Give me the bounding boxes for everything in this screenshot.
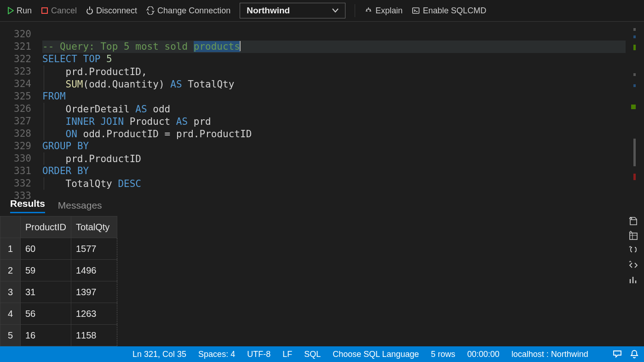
change-connection-icon	[146, 6, 155, 15]
status-choose-lang[interactable]: Choose SQL Language	[333, 350, 419, 359]
code-line[interactable]: -- Query: Top 5 most sold products	[42, 41, 626, 53]
code-line[interactable]: prd.ProductID,	[42, 65, 626, 78]
save-excel-icon[interactable]	[628, 231, 638, 241]
status-row-count[interactable]: 5 rows	[431, 350, 455, 359]
code-line[interactable]: FROM	[42, 90, 626, 103]
database-selector[interactable]: Northwind	[240, 3, 345, 18]
code-line[interactable]: OrderDetail AS odd	[42, 103, 626, 115]
cell[interactable]: 16	[21, 325, 71, 346]
disconnect-button[interactable]: Disconnect	[86, 6, 137, 16]
svg-rect-2	[630, 233, 637, 239]
row-header-blank	[0, 216, 21, 238]
row-number[interactable]: 4	[0, 303, 21, 325]
cell[interactable]: 1496	[71, 260, 117, 281]
status-elapsed[interactable]: 00:00:00	[467, 350, 500, 359]
save-csv-icon[interactable]	[628, 216, 638, 226]
enable-sqlcmd-label: Enable SQLCMD	[423, 6, 486, 16]
status-language[interactable]: SQL	[304, 350, 321, 359]
code-line[interactable]	[42, 28, 626, 41]
cell[interactable]: 1263	[71, 303, 117, 325]
line-number: 333	[0, 190, 31, 202]
code-line[interactable]: GROUP BY	[42, 140, 626, 152]
code-line[interactable]: INNER JOIN Product AS prd	[42, 115, 626, 128]
line-number: 330	[0, 152, 31, 165]
cancel-button[interactable]: Cancel	[41, 6, 77, 16]
line-number: 323	[0, 65, 31, 78]
save-xml-icon[interactable]	[628, 260, 638, 270]
chart-icon[interactable]	[628, 275, 638, 285]
line-number: 326	[0, 103, 31, 115]
results-grid[interactable]: ProductID TotalQty 1601577 2591496 33113…	[0, 216, 117, 346]
line-number: 329	[0, 140, 31, 152]
row-number[interactable]: 1	[0, 238, 21, 260]
disconnect-icon	[86, 6, 93, 15]
code-line[interactable]: SUM(odd.Quantity) AS TotalQty	[42, 78, 626, 90]
code-line[interactable]: SELECT TOP 5	[42, 53, 626, 65]
sqlcmd-icon	[412, 6, 420, 15]
cell[interactable]: 56	[21, 303, 71, 325]
line-number: 332	[0, 177, 31, 190]
line-number: 327	[0, 115, 31, 128]
code-line[interactable]: prd.ProductID	[42, 152, 626, 165]
overview-ruler[interactable]	[626, 22, 636, 195]
svg-rect-0	[42, 8, 47, 13]
change-connection-label: Change Connection	[157, 6, 230, 16]
feedback-icon[interactable]	[613, 350, 622, 358]
run-button[interactable]: Run	[7, 6, 32, 16]
status-ln-col[interactable]: Ln 321, Col 35	[132, 350, 186, 359]
toolbar-separator	[355, 4, 355, 17]
disconnect-label: Disconnect	[96, 6, 137, 16]
enable-sqlcmd-button[interactable]: Enable SQLCMD	[412, 6, 486, 16]
line-number-gutter: 3203213223233243253263273283293303313323…	[0, 22, 42, 195]
col-header-0[interactable]: ProductID	[21, 216, 71, 238]
status-bar: Ln 321, Col 35 Spaces: 4 UTF-8 LF SQL Ch…	[0, 346, 644, 362]
sql-editor[interactable]: 3203213223233243253263273283293303313323…	[0, 22, 644, 195]
database-selected-label: Northwind	[247, 6, 290, 16]
row-number[interactable]: 3	[0, 281, 21, 303]
line-number: 331	[0, 165, 31, 177]
play-icon	[7, 7, 14, 14]
cell[interactable]: 1577	[71, 238, 117, 260]
cell[interactable]: 1158	[71, 325, 117, 346]
explain-label: Explain	[375, 6, 402, 16]
row-number[interactable]: 2	[0, 260, 21, 281]
change-connection-button[interactable]: Change Connection	[146, 6, 230, 16]
line-number: 320	[0, 28, 31, 41]
line-number: 322	[0, 53, 31, 65]
cell[interactable]: 60	[21, 238, 71, 260]
code-line[interactable]: ORDER BY	[42, 165, 626, 177]
chevron-down-icon	[332, 8, 339, 13]
status-server[interactable]: localhost : Northwind	[512, 350, 588, 359]
line-number: 325	[0, 90, 31, 103]
code-area[interactable]: -- Query: Top 5 most sold productsSELECT…	[42, 22, 626, 195]
stop-icon	[41, 7, 48, 14]
line-number: 321	[0, 41, 31, 53]
explain-plan-icon	[364, 6, 373, 15]
save-json-icon[interactable]	[628, 245, 638, 256]
col-header-1[interactable]: TotalQty	[71, 216, 117, 238]
line-number: 328	[0, 128, 31, 140]
code-line[interactable]: TotalQty DESC	[42, 177, 626, 190]
bell-icon[interactable]	[630, 350, 638, 359]
cell[interactable]: 1397	[71, 281, 117, 303]
status-indent[interactable]: Spaces: 4	[198, 350, 235, 359]
status-eol[interactable]: LF	[282, 350, 292, 359]
line-number: 324	[0, 78, 31, 90]
cancel-label: Cancel	[51, 6, 77, 16]
code-line[interactable]: ON odd.ProductID = prd.ProductID	[42, 128, 626, 140]
cell[interactable]: 31	[21, 281, 71, 303]
cell[interactable]: 59	[21, 260, 71, 281]
run-label: Run	[17, 6, 32, 16]
row-number[interactable]: 5	[0, 325, 21, 346]
explain-button[interactable]: Explain	[364, 6, 402, 16]
code-line[interactable]	[42, 190, 626, 202]
status-encoding[interactable]: UTF-8	[247, 350, 270, 359]
